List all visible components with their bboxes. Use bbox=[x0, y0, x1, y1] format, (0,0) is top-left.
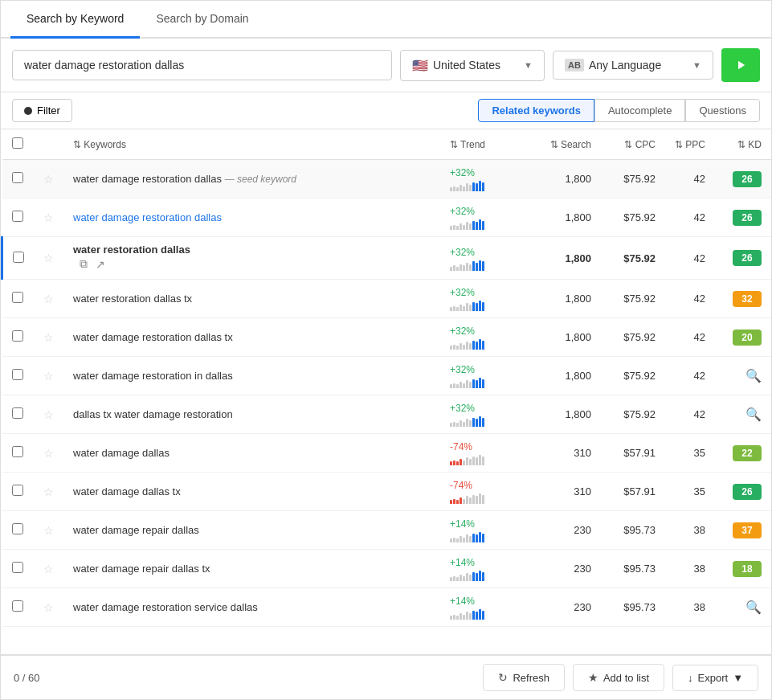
table-row[interactable]: ☆ water restoration dallas tx +32% 1,800… bbox=[2, 280, 772, 318]
star-icon[interactable]: ☆ bbox=[43, 173, 54, 186]
table-row[interactable]: ☆ water restoration dallas ⧉ ↗ +32% 1,80… bbox=[2, 237, 772, 280]
row-checkbox[interactable] bbox=[12, 562, 23, 573]
export-button[interactable]: ↓ Export ▼ bbox=[672, 665, 758, 691]
keyword-text: dallas tx water damage restoration bbox=[73, 408, 233, 420]
star-icon[interactable]: ☆ bbox=[43, 408, 54, 421]
star-icon[interactable]: ☆ bbox=[43, 252, 54, 264]
add-to-list-button[interactable]: ★ Add to list bbox=[573, 664, 664, 691]
row-search-cell: 230 bbox=[537, 511, 601, 550]
star-icon[interactable]: ☆ bbox=[43, 601, 54, 614]
row-checkbox-cell[interactable] bbox=[2, 588, 35, 627]
star-icon[interactable]: ☆ bbox=[43, 447, 54, 460]
col-header-trend[interactable]: ⇅ Trend bbox=[440, 129, 537, 160]
spark-bar bbox=[466, 612, 468, 620]
table-row[interactable]: ☆ water damage dallas tx -74% 310 $57.91… bbox=[2, 473, 772, 511]
table-row[interactable]: ☆ water damage restoration dallas — seed… bbox=[2, 160, 772, 199]
row-star-cell[interactable]: ☆ bbox=[34, 588, 63, 627]
row-checkbox[interactable] bbox=[12, 485, 23, 496]
row-checkbox-cell[interactable] bbox=[2, 395, 35, 434]
ktype-tab-related[interactable]: Related keywords bbox=[478, 99, 594, 122]
row-checkbox[interactable] bbox=[13, 252, 24, 263]
tab-domain[interactable]: Search by Domain bbox=[140, 1, 264, 39]
ktype-tab-autocomplete[interactable]: Autocomplete bbox=[594, 99, 686, 122]
spark-bar bbox=[450, 616, 452, 620]
copy-button[interactable]: ⧉ bbox=[78, 256, 89, 272]
col-header-cpc[interactable]: ⇅ CPC bbox=[601, 129, 665, 160]
row-checkbox[interactable] bbox=[12, 292, 23, 303]
row-checkbox-cell[interactable] bbox=[2, 434, 35, 473]
row-search-cell: 310 bbox=[537, 434, 601, 473]
row-checkbox[interactable] bbox=[12, 330, 23, 342]
row-checkbox[interactable] bbox=[12, 211, 23, 222]
row-checkbox[interactable] bbox=[12, 369, 23, 380]
row-checkbox-cell[interactable] bbox=[2, 550, 35, 588]
star-icon[interactable]: ☆ bbox=[43, 370, 54, 383]
row-star-cell[interactable]: ☆ bbox=[34, 395, 63, 434]
row-star-cell[interactable]: ☆ bbox=[34, 237, 63, 280]
row-checkbox-cell[interactable] bbox=[2, 318, 35, 357]
col-header-ppc[interactable]: ⇅ PPC bbox=[665, 129, 715, 160]
star-icon[interactable]: ☆ bbox=[43, 563, 54, 575]
row-checkbox-cell[interactable] bbox=[2, 280, 35, 318]
row-checkbox[interactable] bbox=[12, 600, 23, 612]
table-row[interactable]: ☆ water damage restoration dallas +32% 1… bbox=[2, 199, 772, 237]
col-header-kd[interactable]: ⇅ KD bbox=[715, 129, 771, 160]
row-star-cell[interactable]: ☆ bbox=[34, 473, 63, 511]
row-star-cell[interactable]: ☆ bbox=[34, 199, 63, 237]
search-button[interactable] bbox=[721, 48, 760, 82]
sparkline bbox=[450, 530, 527, 542]
table-row[interactable]: ☆ water damage dallas -74% 310 $57.91 35… bbox=[2, 434, 772, 473]
star-icon[interactable]: ☆ bbox=[43, 331, 54, 344]
trend-value: +14% bbox=[450, 518, 475, 530]
row-star-cell[interactable]: ☆ bbox=[34, 357, 63, 395]
tab-keyword[interactable]: Search by Keyword bbox=[10, 1, 140, 39]
refresh-button[interactable]: ↻ Refresh bbox=[483, 664, 565, 691]
spark-bar bbox=[469, 613, 472, 620]
row-checkbox-cell[interactable] bbox=[2, 511, 35, 550]
row-checkbox[interactable] bbox=[12, 523, 23, 534]
star-icon[interactable]: ☆ bbox=[43, 485, 54, 498]
row-checkbox[interactable] bbox=[12, 446, 23, 457]
spark-bar bbox=[482, 341, 484, 350]
row-star-cell[interactable]: ☆ bbox=[34, 511, 63, 550]
table-row[interactable]: ☆ water damage restoration in dallas +32… bbox=[2, 357, 772, 395]
country-select[interactable]: 🇺🇸 United States ▼ bbox=[400, 50, 545, 81]
filter-button[interactable]: Filter bbox=[12, 99, 72, 122]
row-star-cell[interactable]: ☆ bbox=[34, 434, 63, 473]
table-row[interactable]: ☆ water damage restoration service dalla… bbox=[2, 588, 772, 627]
language-select[interactable]: AB Any Language ▼ bbox=[553, 51, 713, 80]
col-header-keywords[interactable]: ⇅ Keywords bbox=[63, 129, 440, 160]
row-checkbox-cell[interactable] bbox=[2, 237, 35, 280]
open-button[interactable]: ↗ bbox=[94, 256, 107, 272]
search-value: 310 bbox=[574, 485, 591, 497]
ktype-tab-questions[interactable]: Questions bbox=[685, 99, 760, 122]
keyword-text: water damage restoration dallas bbox=[73, 173, 222, 185]
table-row[interactable]: ☆ water damage restoration dallas tx +32… bbox=[2, 318, 772, 357]
table-row[interactable]: ☆ dallas tx water damage restoration +32… bbox=[2, 395, 772, 434]
export-icon: ↓ bbox=[688, 672, 693, 684]
spark-bar bbox=[450, 461, 452, 465]
table-row[interactable]: ☆ water damage repair dallas +14% 230 $9… bbox=[2, 511, 772, 550]
star-icon[interactable]: ☆ bbox=[43, 211, 54, 224]
keyword-text[interactable]: water damage restoration dallas bbox=[73, 211, 222, 223]
star-icon[interactable]: ☆ bbox=[43, 293, 54, 305]
spark-bar bbox=[453, 422, 455, 427]
row-star-cell[interactable]: ☆ bbox=[34, 280, 63, 318]
spark-bar bbox=[472, 611, 475, 620]
row-star-cell[interactable]: ☆ bbox=[34, 318, 63, 357]
row-star-cell[interactable]: ☆ bbox=[34, 160, 63, 199]
select-all-checkbox[interactable] bbox=[12, 137, 23, 149]
language-icon: AB bbox=[565, 59, 584, 72]
row-checkbox-cell[interactable] bbox=[2, 357, 35, 395]
col-header-checkbox[interactable] bbox=[2, 129, 35, 160]
row-checkbox[interactable] bbox=[12, 172, 23, 183]
row-checkbox-cell[interactable] bbox=[2, 160, 35, 199]
row-star-cell[interactable]: ☆ bbox=[34, 550, 63, 588]
star-icon[interactable]: ☆ bbox=[43, 524, 54, 537]
row-checkbox[interactable] bbox=[12, 407, 23, 419]
keyword-input[interactable] bbox=[12, 50, 392, 80]
row-checkbox-cell[interactable] bbox=[2, 473, 35, 511]
col-header-search[interactable]: ⇅ Search bbox=[537, 129, 601, 160]
row-checkbox-cell[interactable] bbox=[2, 199, 35, 237]
table-row[interactable]: ☆ water damage repair dallas tx +14% 230… bbox=[2, 550, 772, 588]
